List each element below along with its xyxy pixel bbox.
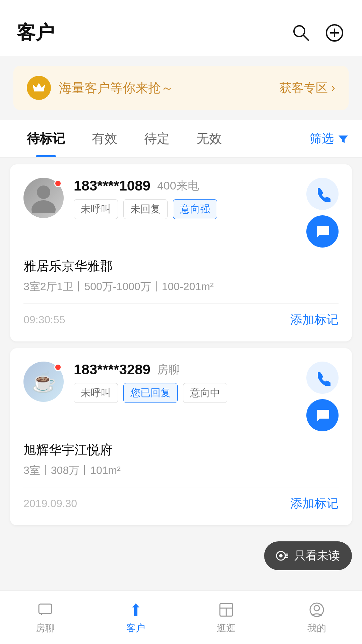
notification-dot [54, 364, 62, 371]
svg-point-19 [314, 605, 319, 611]
customer-info: 183****3289 房聊 未呼叫 您已回复 意向中 [74, 362, 296, 403]
card-time: 09:30:55 [23, 314, 65, 326]
promo-banner[interactable]: 海量客户等你来抢～ 获客专区 › [13, 66, 349, 110]
unread-filter-button[interactable]: 只看未读 [264, 541, 352, 570]
call-button[interactable] [306, 362, 339, 394]
customer-source: 房聊 [157, 362, 180, 377]
customer-source: 400来电 [157, 178, 199, 194]
card-actions [306, 362, 339, 431]
call-button[interactable] [306, 178, 339, 210]
card-actions [306, 178, 339, 248]
add-button[interactable] [324, 22, 345, 44]
notification-dot [54, 180, 62, 187]
tab-pending-mark[interactable]: 待标记 [13, 120, 78, 157]
tag-medium-intent: 意向中 [183, 383, 227, 403]
tab-pending[interactable]: 待定 [131, 120, 183, 157]
header: 客户 [0, 0, 362, 56]
message-button[interactable] [306, 215, 339, 248]
filter-button[interactable]: 筛选 [310, 124, 349, 154]
card-bottom: 2019.09.30 添加标记 [23, 495, 339, 512]
avatar-wrap [23, 178, 64, 218]
header-actions [290, 22, 345, 44]
nav-customer-label: 客户 [126, 622, 145, 635]
nav-chat-label: 房聊 [36, 622, 55, 635]
tag-no-reply: 未回复 [123, 199, 168, 219]
customer-icon [126, 600, 145, 619]
profile-icon [307, 600, 326, 619]
svg-point-10 [279, 554, 283, 557]
svg-marker-5 [33, 83, 45, 91]
customer-list: 183****1089 400来电 未呼叫 未回复 意向强 [0, 158, 362, 532]
nav-browse-label: 逛逛 [217, 622, 236, 635]
tab-invalid[interactable]: 无效 [183, 120, 235, 157]
tag-no-call: 未呼叫 [74, 383, 118, 403]
customer-tags: 未呼叫 您已回复 意向中 [74, 383, 296, 403]
property-detail: 3室丨308万丨101m² [23, 462, 339, 479]
browse-icon [217, 600, 236, 619]
property-info: 雅居乐京华雅郡 3室2厅1卫丨500万-1000万丨100-201m² [23, 258, 339, 295]
customer-tags: 未呼叫 未回复 意向强 [74, 199, 296, 219]
customer-card[interactable]: ☕ 183****3289 房聊 未呼叫 您已回复 意向中 [10, 348, 352, 525]
bottom-nav: 房聊 客户 逛逛 我的 [0, 590, 362, 644]
svg-rect-14 [39, 604, 52, 613]
avatar-wrap: ☕ [23, 362, 64, 402]
add-tag-button[interactable]: 添加标记 [290, 495, 339, 512]
message-button[interactable] [306, 399, 339, 431]
nav-profile[interactable]: 我的 [272, 600, 362, 635]
tab-valid[interactable]: 有效 [78, 120, 131, 157]
banner-text: 海量客户等你来抢～ [59, 79, 174, 97]
chat-icon [36, 600, 55, 619]
card-bottom: 09:30:55 添加标记 [23, 312, 339, 328]
crown-icon [27, 76, 51, 100]
customer-phone: 183****3289 [74, 362, 150, 378]
svg-point-7 [37, 185, 50, 199]
add-tag-button[interactable]: 添加标记 [290, 312, 339, 328]
svg-marker-6 [339, 136, 348, 143]
card-divider [23, 303, 339, 304]
page-title: 客户 [17, 20, 54, 46]
unread-filter-label: 只看未读 [294, 548, 340, 564]
customer-card[interactable]: 183****1089 400来电 未呼叫 未回复 意向强 [10, 164, 352, 341]
customer-phone: 183****1089 [74, 178, 150, 194]
property-name: 旭辉华宇江悦府 [23, 441, 339, 459]
svg-line-1 [303, 35, 309, 41]
card-divider [23, 487, 339, 487]
card-time: 2019.09.30 [23, 497, 77, 510]
tag-strong-intent: 意向强 [173, 199, 217, 219]
svg-point-0 [294, 26, 305, 37]
search-button[interactable] [290, 22, 312, 44]
nav-chat[interactable]: 房聊 [0, 600, 90, 635]
customer-info: 183****1089 400来电 未呼叫 未回复 意向强 [74, 178, 296, 219]
property-detail: 3室2厅1卫丨500万-1000万丨100-201m² [23, 278, 339, 295]
nav-profile-label: 我的 [307, 622, 326, 635]
nav-browse[interactable]: 逛逛 [181, 600, 272, 635]
svg-point-8 [32, 200, 56, 213]
tag-replied: 您已回复 [123, 383, 178, 403]
tag-no-call: 未呼叫 [74, 199, 118, 219]
tab-bar: 待标记 有效 待定 无效 筛选 [0, 120, 362, 158]
property-name: 雅居乐京华雅郡 [23, 258, 339, 275]
nav-customer[interactable]: 客户 [90, 600, 181, 635]
property-info: 旭辉华宇江悦府 3室丨308万丨101m² [23, 441, 339, 479]
banner-link[interactable]: 获客专区 › [280, 80, 335, 96]
